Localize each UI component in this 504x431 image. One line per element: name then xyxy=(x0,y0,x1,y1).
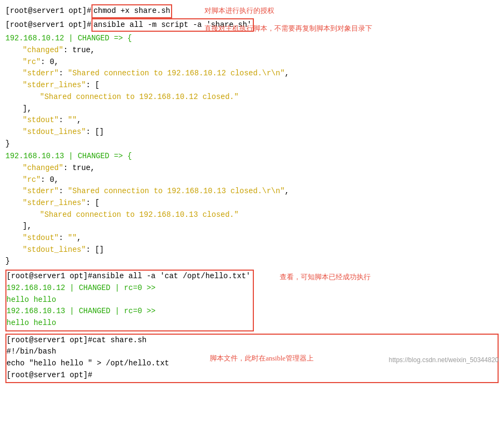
cmd-cat-share: cat share.sh xyxy=(93,335,147,347)
output-line: "stdout_lines": [] xyxy=(5,126,499,138)
output-line: ], xyxy=(5,103,499,115)
terminal-window: [root@server1 opt]# chmod +x share.sh 对脚… xyxy=(0,0,504,368)
prompt-2: [root@server1 opt]# xyxy=(5,19,91,31)
output-line: "stderr": "Shared connection to 192.168.… xyxy=(5,186,499,197)
output-line: "stdout_lines": [] xyxy=(5,244,499,256)
output-line: "rc": 0, xyxy=(5,56,499,68)
output-line: "changed": true, xyxy=(5,45,499,56)
footer-url: https://blog.csdn.net/weixin_50344820 xyxy=(389,355,499,365)
prompt-3: [root@server1 opt]# xyxy=(6,271,93,282)
output-line: 192.168.10.12 | CHANGED | rc=0 >> xyxy=(6,282,251,294)
output-block-1: 192.168.10.12 | CHANGED => { "changed": … xyxy=(5,33,499,150)
line-final-prompt: [root@server1 opt]# xyxy=(6,370,495,381)
output-line: ], xyxy=(5,221,499,232)
output-line: 192.168.10.13 | CHANGED | rc=0 >> xyxy=(6,306,251,317)
output-line: hello hello xyxy=(6,317,251,329)
output-line: 192.168.10.13 | CHANGED => { xyxy=(5,151,499,162)
annotation-chmod: 对脚本进行执行的授权 xyxy=(204,5,274,16)
output-line: "stdout": "", xyxy=(5,232,499,244)
output-line: "stdout": "", xyxy=(5,115,499,126)
cmd-chmod: chmod +x share.sh xyxy=(91,4,173,18)
output-line: "rc": 0, xyxy=(5,174,499,186)
output-line: } xyxy=(5,256,499,267)
output-block-2: 192.168.10.13 | CHANGED => { "changed": … xyxy=(5,151,499,267)
prompt-4: [root@server1 opt]# xyxy=(6,335,93,347)
output-line: 192.168.10.12 | CHANGED => { xyxy=(5,33,499,45)
output-line: } xyxy=(5,138,499,150)
cmd-ansible-cat: ansible all -a 'cat /opt/hello.txt' xyxy=(93,271,251,282)
output-line: "Shared connection to 192.168.10.12 clos… xyxy=(5,91,499,103)
output-block-3: 192.168.10.12 | CHANGED | rc=0 >> hello … xyxy=(6,282,251,329)
annotation-direct-exec: 直接对主机执行脚本，不需要再复制脚本到对象目录下 xyxy=(204,23,372,34)
line-ansible-cat: [root@server1 opt]# ansible all -a 'cat … xyxy=(6,271,251,282)
output-line: "stderr_lines": [ xyxy=(5,80,499,91)
output-line: "stderr_lines": [ xyxy=(5,197,499,209)
line-chmod: [root@server1 opt]# chmod +x share.sh 对脚… xyxy=(5,4,499,18)
output-line: "stderr": "Shared connection to 192.168.… xyxy=(5,68,499,80)
boxed-cat-section: [root@server1 opt]# ansible all -a 'cat … xyxy=(5,270,254,331)
prompt-1: [root@server1 opt]# xyxy=(5,5,91,17)
output-line: "Shared connection to 192.168.10.13 clos… xyxy=(5,209,499,221)
output-line: hello hello xyxy=(6,294,251,306)
line-cat-share: [root@server1 opt]# cat share.sh xyxy=(6,335,495,347)
output-line: "changed": true, xyxy=(5,162,499,174)
prompt-5: [root@server1 opt]# xyxy=(6,370,93,381)
annotation-cat-check: 查看，可知脚本已经成功执行 xyxy=(280,272,371,282)
